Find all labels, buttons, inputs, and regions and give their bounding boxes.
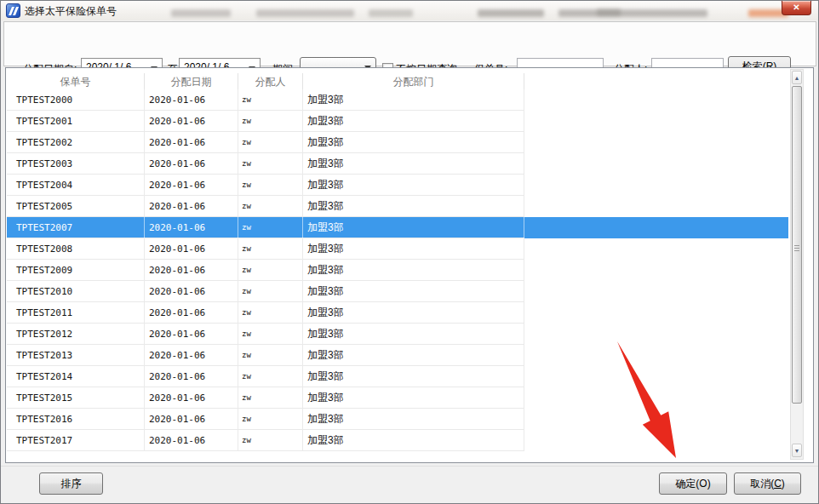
table-row[interactable]: TPTEST20072020-01-06zw加盟3部 bbox=[7, 217, 524, 238]
cell-assignee: zw bbox=[238, 175, 302, 196]
column-header[interactable]: 分配日期 bbox=[144, 73, 238, 90]
cell-assign-date: 2020-01-06 bbox=[144, 89, 238, 111]
table-row[interactable]: TPTEST20092020-01-06zw加盟3部 bbox=[7, 260, 524, 281]
table-row[interactable]: TPTEST20052020-01-06zw加盟3部 bbox=[7, 196, 524, 217]
table-row[interactable]: TPTEST20132020-01-06zw加盟3部 bbox=[7, 345, 524, 366]
cell-policy-no: TPTEST2016 bbox=[7, 409, 144, 430]
cancel-button-label: ) bbox=[782, 478, 785, 490]
cell-assign-date: 2020-01-06 bbox=[144, 153, 238, 175]
cell-assign-date: 2020-01-06 bbox=[144, 111, 238, 132]
titlebar-ghost-text bbox=[558, 9, 707, 17]
cell-assignee: zw bbox=[238, 324, 302, 345]
ok-button[interactable]: 确定(O) bbox=[659, 472, 727, 495]
table-row[interactable]: TPTEST20112020-01-06zw加盟3部 bbox=[7, 302, 524, 324]
cell-assign-date: 2020-01-06 bbox=[144, 345, 238, 366]
policy-table: 保单号分配日期分配人分配部门TPTEST20002020-01-06zw加盟3部… bbox=[7, 69, 788, 461]
cell-assign-dept: 加盟3部 bbox=[302, 409, 524, 430]
cell-assignee: zw bbox=[238, 153, 302, 175]
filter-panel: 分配日期自: 2020/ 1/ 6 至 2020/ 1/ 6 期间 不按日期查询… bbox=[3, 21, 816, 66]
cell-assign-dept: 加盟3部 bbox=[302, 324, 524, 345]
close-button[interactable]: ✕ bbox=[782, 1, 811, 15]
cell-assign-dept: 加盟3部 bbox=[302, 175, 524, 196]
cell-policy-no: TPTEST2013 bbox=[7, 345, 144, 366]
dialog-select-taiping-policy: 选择太平保险保单号 ✕ 分配日期自: 2020/ 1/ 6 至 2020/ 1/… bbox=[0, 0, 819, 504]
column-header[interactable]: 分配人 bbox=[238, 73, 302, 90]
table-row[interactable]: TPTEST20032020-01-06zw加盟3部 bbox=[7, 153, 524, 175]
app-icon bbox=[6, 3, 20, 18]
cell-assign-dept: 加盟3部 bbox=[302, 430, 524, 451]
cell-policy-no: TPTEST2008 bbox=[7, 238, 144, 260]
close-icon: ✕ bbox=[793, 3, 799, 12]
table-row[interactable]: TPTEST20022020-01-06zw加盟3部 bbox=[7, 132, 524, 153]
cancel-button[interactable]: 取消(C) bbox=[734, 472, 801, 495]
cell-assignee: zw bbox=[238, 238, 302, 260]
cell-assign-date: 2020-01-06 bbox=[144, 430, 238, 451]
titlebar-ghost-text bbox=[256, 9, 354, 17]
table-row[interactable]: TPTEST20082020-01-06zw加盟3部 bbox=[7, 238, 524, 260]
cell-assignee: zw bbox=[238, 281, 302, 302]
scroll-up-button[interactable]: ▲ bbox=[792, 71, 802, 84]
cell-assign-date: 2020-01-06 bbox=[144, 324, 238, 345]
cell-assign-date: 2020-01-06 bbox=[144, 387, 238, 409]
titlebar-ghost-text bbox=[478, 9, 544, 17]
cell-assign-dept: 加盟3部 bbox=[302, 387, 524, 409]
cell-assign-date: 2020-01-06 bbox=[144, 302, 238, 324]
cell-policy-no: TPTEST2005 bbox=[7, 196, 144, 217]
cell-assignee: zw bbox=[238, 409, 302, 430]
cell-assignee: zw bbox=[238, 366, 302, 387]
cell-assign-date: 2020-01-06 bbox=[144, 281, 238, 302]
cell-assign-dept: 加盟3部 bbox=[302, 132, 524, 153]
titlebar-ghost-text bbox=[597, 9, 621, 16]
cell-policy-no: TPTEST2007 bbox=[7, 217, 144, 238]
table-row[interactable]: TPTEST20042020-01-06zw加盟3部 bbox=[7, 175, 524, 196]
table-row[interactable]: TPTEST20172020-01-06zw加盟3部 bbox=[7, 430, 524, 451]
titlebar-ghost-text bbox=[171, 9, 231, 17]
cell-assignee: zw bbox=[238, 132, 302, 153]
table-row[interactable]: TPTEST20122020-01-06zw加盟3部 bbox=[7, 324, 524, 345]
cell-policy-no: TPTEST2010 bbox=[7, 281, 144, 302]
cell-assignee: zw bbox=[238, 302, 302, 324]
cell-assign-date: 2020-01-06 bbox=[144, 217, 238, 238]
cell-policy-no: TPTEST2003 bbox=[7, 153, 144, 175]
cell-assign-dept: 加盟3部 bbox=[302, 89, 524, 111]
cell-assign-dept: 加盟3部 bbox=[302, 345, 524, 366]
cell-assign-dept: 加盟3部 bbox=[302, 366, 524, 387]
cell-policy-no: TPTEST2017 bbox=[7, 430, 144, 451]
cell-assignee: zw bbox=[238, 89, 302, 111]
cell-assign-dept: 加盟3部 bbox=[302, 238, 524, 260]
cell-assignee: zw bbox=[238, 260, 302, 281]
scroll-down-button[interactable]: ▼ bbox=[792, 444, 802, 457]
cell-assign-dept: 加盟3部 bbox=[302, 260, 524, 281]
cell-policy-no: TPTEST2004 bbox=[7, 175, 144, 196]
cell-assign-date: 2020-01-06 bbox=[144, 409, 238, 430]
column-header[interactable]: 分配部门 bbox=[302, 73, 524, 90]
table-row[interactable]: TPTEST20002020-01-06zw加盟3部 bbox=[7, 89, 524, 111]
cell-assign-dept: 加盟3部 bbox=[302, 281, 524, 302]
table-row[interactable]: TPTEST20102020-01-06zw加盟3部 bbox=[7, 281, 524, 302]
cell-assignee: zw bbox=[238, 345, 302, 366]
cell-assign-date: 2020-01-06 bbox=[144, 132, 238, 153]
window-title: 选择太平保险保单号 bbox=[25, 4, 117, 19]
cell-policy-no: TPTEST2000 bbox=[7, 89, 144, 111]
column-header[interactable]: 保单号 bbox=[7, 73, 144, 90]
table-row[interactable]: TPTEST20152020-01-06zw加盟3部 bbox=[7, 387, 524, 409]
titlebar[interactable]: 选择太平保险保单号 ✕ bbox=[1, 1, 818, 20]
cell-policy-no: TPTEST2011 bbox=[7, 302, 144, 324]
table-row[interactable]: TPTEST20162020-01-06zw加盟3部 bbox=[7, 409, 524, 430]
table-row[interactable]: TPTEST20012020-01-06zw加盟3部 bbox=[7, 111, 524, 132]
sort-button[interactable]: 排序 bbox=[39, 472, 103, 495]
table-row[interactable]: TPTEST20142020-01-06zw加盟3部 bbox=[7, 366, 524, 387]
vertical-scrollbar[interactable]: ▲ ▼ bbox=[790, 69, 804, 460]
cell-assign-dept: 加盟3部 bbox=[302, 153, 524, 175]
cancel-button-mnemonic: C bbox=[774, 478, 782, 490]
cell-policy-no: TPTEST2014 bbox=[7, 366, 144, 387]
scrollbar-thumb[interactable] bbox=[792, 86, 802, 404]
scrollbar-grip-icon bbox=[794, 245, 799, 251]
cell-assign-dept: 加盟3部 bbox=[302, 217, 524, 238]
cell-policy-no: TPTEST2001 bbox=[7, 111, 144, 132]
cell-assignee: zw bbox=[238, 196, 302, 217]
cell-assignee: zw bbox=[238, 111, 302, 132]
policy-table-panel: 保单号分配日期分配人分配部门TPTEST20002020-01-06zw加盟3部… bbox=[5, 67, 814, 463]
cell-policy-no: TPTEST2002 bbox=[7, 132, 144, 153]
bottom-bar: 排序 确定(O) 取消(C) bbox=[1, 466, 819, 504]
